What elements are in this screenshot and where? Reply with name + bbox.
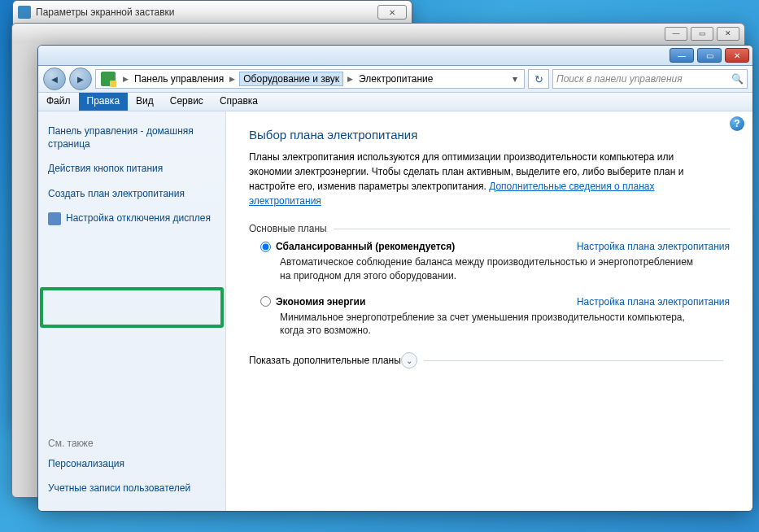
main-titlebar: — ▭ ✕ [38,46,752,66]
refresh-button[interactable]: ↻ [528,69,549,89]
breadcrumb-sep-icon: ▶ [225,75,239,83]
breadcrumb-item-2[interactable]: Электропитание [357,73,434,85]
nav-forward-button[interactable]: ► [69,68,92,90]
plan-balanced-config-link[interactable]: Настройка плана электропитания [577,241,730,252]
breadcrumb-dropdown-icon[interactable]: ▾ [508,73,522,85]
menu-bar: Файл Правка Вид Сервис Справка [38,93,752,111]
page-title: Выбор плана электропитания [249,128,730,142]
close-button[interactable]: ✕ [725,48,749,63]
nav-back-button[interactable]: ◄ [43,68,66,90]
screensaver-title: Параметры экранной заставки [36,7,175,18]
screensaver-titlebar: Параметры экранной заставки ✕ [13,1,412,24]
chevron-down-icon: ⌄ [401,352,417,368]
plan-saver-desc: Минимальное энергопотребление за счет ум… [280,311,703,338]
sidebar-seealso-accounts[interactable]: Учетные записи пользователей [48,482,216,495]
screensaver-close-button[interactable]: ✕ [377,5,407,20]
plans-group-label: Основные планы [249,223,730,234]
search-icon: 🔍 [731,73,744,85]
breadcrumb-bar[interactable]: ▶ Панель управления ▶ Оборудование и зву… [95,69,525,89]
breadcrumb-item-1[interactable]: Оборудование и звук [239,72,343,86]
sidebar-link-display-off-label: Настройка отключения дисплея [66,211,211,225]
menu-edit[interactable]: Правка [79,93,129,111]
plan-balanced-label[interactable]: Сбалансированный (рекомендуется) [276,241,455,252]
breadcrumb-sep-icon: ▶ [119,75,133,83]
plan-saver-config-link[interactable]: Настройка плана электропитания [577,296,730,307]
menu-view[interactable]: Вид [128,93,162,111]
breadcrumb-sep-icon: ▶ [343,75,357,83]
plan-saver-radio[interactable] [260,296,271,307]
background-titlebar: — ▭ ✕ [12,24,744,43]
sidebar: Панель управления - домашняя страница Де… [38,111,226,511]
sidebar-link-display-off[interactable]: Настройка отключения дисплея [48,211,216,225]
see-also-label: См. также [48,438,216,449]
bg-close-button[interactable]: ✕ [717,27,739,41]
plan-balanced-desc: Автоматическое соблюдение баланса между … [280,255,703,283]
minimize-button[interactable]: — [670,48,694,63]
bg-minimize-button[interactable]: — [665,27,687,41]
plan-balanced: Сбалансированный (рекомендуется) Настрой… [260,241,730,283]
control-panel-window: — ▭ ✕ ◄ ► ▶ Панель управления ▶ Оборудов… [37,45,753,512]
search-input[interactable]: Поиск в панели управления 🔍 [552,69,748,89]
show-more-plans[interactable]: Показать дополнительные планы ⌄ [249,352,730,368]
menu-file[interactable]: Файл [38,93,79,111]
sidebar-link-home[interactable]: Панель управления - домашняя страница [48,124,216,150]
bg-maximize-button[interactable]: ▭ [691,27,713,41]
screensaver-icon [18,6,31,19]
menu-service[interactable]: Сервис [162,93,212,111]
sidebar-link-create-plan[interactable]: Создать план электропитания [48,187,216,200]
display-settings-icon [48,212,61,225]
plan-saver: Экономия энергии Настройка плана электро… [260,296,730,338]
search-placeholder: Поиск в панели управления [556,73,683,85]
control-panel-icon [101,72,116,86]
sidebar-seealso-personalization[interactable]: Персонализация [48,457,216,470]
page-description: Планы электропитания используются для оп… [249,150,704,208]
main-panel: Выбор плана электропитания Планы электро… [226,111,752,511]
maximize-button[interactable]: ▭ [697,48,722,63]
menu-help[interactable]: Справка [212,93,266,111]
breadcrumb-item-0[interactable]: Панель управления [133,73,225,85]
plan-balanced-radio[interactable] [260,242,271,252]
navigation-bar: ◄ ► ▶ Панель управления ▶ Оборудование и… [38,66,752,93]
content-area: ? Панель управления - домашняя страница … [38,111,752,511]
show-more-plans-label: Показать дополнительные планы [249,355,401,366]
sidebar-link-buttons[interactable]: Действия кнопок питания [48,162,216,175]
plans-group-label-text: Основные планы [249,223,327,234]
plan-saver-label[interactable]: Экономия энергии [276,296,365,307]
